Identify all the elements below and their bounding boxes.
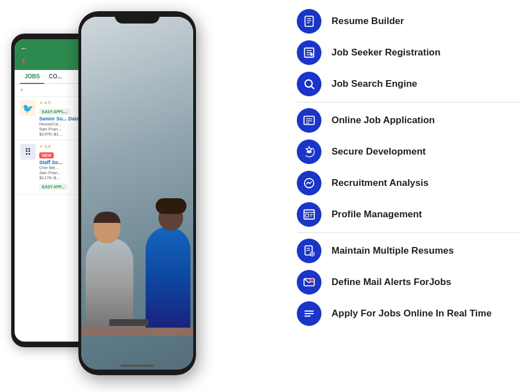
phone-home-bar <box>120 365 154 367</box>
svg-rect-19 <box>306 214 309 217</box>
feature-label-apply-online-real-time: Apply For Jobs Online In Real Time <box>332 308 492 319</box>
phones-section: ← 📍 JOBS CO... + 🐦 ★ 4.5 <box>0 0 274 392</box>
feature-item-resume-builder: Resume Builder <box>297 6 521 37</box>
feature-item-secure-development: Secure Development <box>297 136 521 167</box>
feature-label-online-job-application: Online Job Application <box>332 115 435 126</box>
feature-item-define-mail-alerts: Define Mail Alerts ForJobs <box>297 267 521 298</box>
job-logo-2: ⠿ <box>20 144 36 160</box>
feature-item-profile-management: Profile Management <box>297 199 521 233</box>
feature-item-recruitment-analysis: Recruitment Analysis <box>297 167 521 199</box>
new-badge-2: NEW <box>39 152 54 158</box>
svg-rect-0 <box>305 16 314 26</box>
feature-label-define-mail-alerts: Define Mail Alerts ForJobs <box>332 277 451 288</box>
job-logo-1: 🐦 <box>20 100 36 116</box>
co-tab[interactable]: CO... <box>44 70 66 83</box>
feature-icon-job-search-engine <box>297 72 321 96</box>
feature-label-job-search-engine: Job Search Engine <box>332 78 417 90</box>
feature-item-apply-online-real-time: Apply For Jobs Online In Real Time <box>297 298 521 329</box>
feature-item-job-seeker-registration: Job Seeker Registration <box>297 37 521 68</box>
feature-icon-maintain-multiple-resumes <box>297 239 321 263</box>
feature-item-maintain-multiple-resumes: Maintain Multiple Resumes <box>297 235 521 267</box>
feature-label-resume-builder: Resume Builder <box>332 16 404 27</box>
feature-label-job-seeker-registration: Job Seeker Registration <box>332 47 441 58</box>
svg-line-10 <box>311 86 314 88</box>
svg-point-29 <box>310 278 314 282</box>
feature-label-profile-management: Profile Management <box>332 209 422 220</box>
svg-rect-8 <box>310 53 313 56</box>
easy-apply-badge-2: EASY APP... <box>39 184 67 190</box>
feature-item-job-search-engine: Job Search Engine <box>297 68 521 102</box>
phone-notch <box>115 11 160 24</box>
feature-icon-job-seeker-registration <box>297 40 321 65</box>
feature-icon-online-job-application <box>297 108 321 133</box>
feature-label-recruitment-analysis: Recruitment Analysis <box>332 178 428 189</box>
easy-apply-badge-1: EASY APPL... <box>39 109 70 115</box>
feature-icon-define-mail-alerts <box>297 270 321 295</box>
feature-icon-resume-builder <box>297 9 321 34</box>
feature-icon-profile-management <box>297 202 321 227</box>
feature-item-online-job-application: Online Job Application <box>297 105 521 136</box>
feature-icon-recruitment-analysis <box>297 171 321 195</box>
jobs-tab[interactable]: JOBS <box>20 70 44 84</box>
features-list: Resume BuilderJob Seeker RegistrationJob… <box>274 0 532 392</box>
feature-label-secure-development: Secure Development <box>332 146 426 157</box>
feature-label-maintain-multiple-resumes: Maintain Multiple Resumes <box>332 245 454 256</box>
feature-icon-apply-online-real-time <box>297 301 321 326</box>
phone-front <box>78 11 196 375</box>
feature-icon-secure-development <box>297 139 321 164</box>
back-arrow-icon[interactable]: ← <box>20 44 28 53</box>
